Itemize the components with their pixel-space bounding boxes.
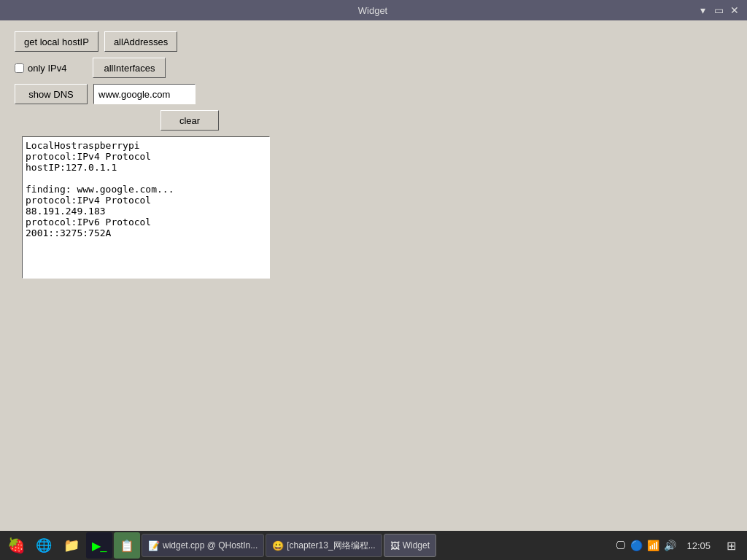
row-3: show DNS [15,84,732,104]
window-controls: ▾ ▭ ✕ [696,4,741,17]
row-1: get local hostIP allAddresses [15,31,732,52]
restore-button[interactable]: ▭ [712,4,725,17]
screen-icon[interactable]: 🖵 [616,540,626,551]
show-dns-button[interactable]: show DNS [15,84,88,104]
apps-grid-icon[interactable]: ⊞ [718,532,744,559]
folder-icon[interactable]: 📁 [58,532,85,559]
only-ipv4-checkbox[interactable] [15,63,24,73]
taskbar-app-chapter-label: [chapter13_网络编程... [287,540,375,552]
editor-icon[interactable]: 📋 [114,532,140,559]
taskbar-app-widget-label: Widget [403,540,430,551]
volume-icon[interactable]: 🔊 [664,540,676,551]
only-ipv4-label: only IPv4 [28,63,66,74]
system-tray: 🖵 🔵 📶 🔊 [613,540,679,551]
all-interfaces-button[interactable]: allInterfaces [93,58,166,78]
clock: 12:05 [681,540,716,551]
raspberry-icon[interactable]: 🍓 [3,532,29,559]
output-textarea[interactable] [22,136,270,279]
all-addresses-button[interactable]: allAddresses [104,31,177,52]
ipv4-checkbox-row: only IPv4 [15,63,66,74]
taskbar-app-editor-label: widget.cpp @ QHostIn... [163,540,258,551]
taskbar-app-editor[interactable]: 📝 widget.cpp @ QHostIn... [142,534,264,557]
main-content: get local hostIP allAddresses only IPv4 … [0,20,747,295]
clear-button[interactable]: clear [160,110,219,131]
row-4: clear [15,110,732,131]
window-title: Widget [50,5,696,16]
globe-icon[interactable]: 🌐 [31,532,57,559]
wifi-icon[interactable]: 📶 [647,540,659,551]
dns-input[interactable] [93,84,196,104]
taskbar-app-chapter[interactable]: 😀 [chapter13_网络编程... [266,534,382,557]
minimize-button[interactable]: ▾ [696,4,709,17]
get-local-hostip-button[interactable]: get local hostIP [15,31,98,52]
taskbar-app-widget[interactable]: 🖼 Widget [384,534,436,557]
close-button[interactable]: ✕ [728,4,741,17]
bluetooth-icon[interactable]: 🔵 [630,540,643,551]
terminal-icon[interactable]: ▶_ [86,532,112,559]
taskbar: 🍓 🌐 📁 ▶_ 📋 📝 widget.cpp @ QHostIn... 😀 [… [0,531,747,560]
title-bar: Widget ▾ ▭ ✕ [0,0,747,20]
output-row [15,136,732,279]
row-2: only IPv4 allInterfaces [15,58,732,78]
